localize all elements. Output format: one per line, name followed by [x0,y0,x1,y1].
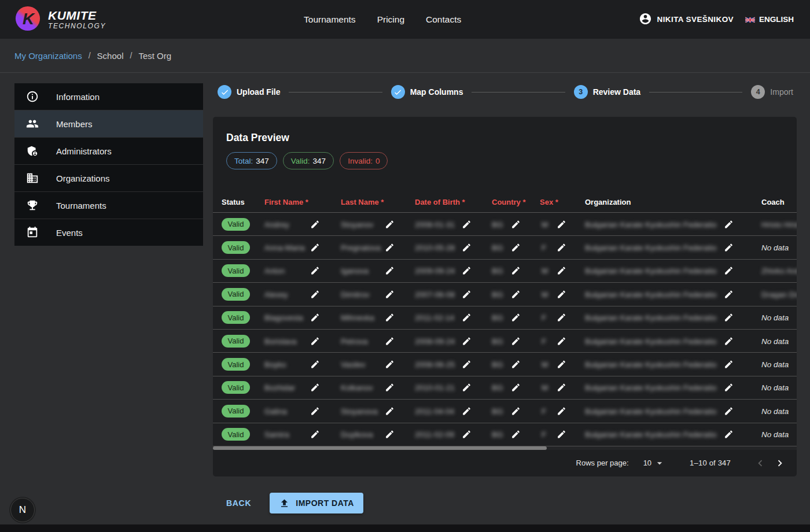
edit-last-name-button[interactable] [385,360,395,370]
edit-icon [557,219,566,229]
edit-country-button[interactable] [511,383,521,393]
edit-icon [462,383,472,393]
edit-first-name-button[interactable] [310,313,320,323]
user-name: NIKITA SVEŠNIKOV [657,15,734,24]
language-switcher[interactable]: ENGLISH [745,15,794,24]
nav-link-tournaments[interactable]: Tournaments [304,14,356,25]
edit-first-name-button[interactable] [310,406,320,416]
edit-organization-button[interactable] [724,406,734,416]
edit-first-name-button[interactable] [310,289,320,299]
next-page-button[interactable] [770,453,790,473]
edit-date-of-birth-button[interactable] [462,243,472,253]
edit-country-button[interactable] [511,219,521,229]
trophy-icon [26,199,39,212]
user-menu[interactable]: NIKITA SVEŠNIKOV [639,12,734,27]
edit-country-button[interactable] [511,289,521,299]
edit-first-name-button[interactable] [310,336,320,346]
edit-sex-button[interactable] [557,313,566,323]
brand[interactable]: K KUMITE TECHNOLOGY [14,5,106,34]
sidebar-item-events[interactable]: Events [14,219,203,246]
edit-first-name-button[interactable] [310,243,320,253]
edit-date-of-birth-button[interactable] [462,336,472,346]
edit-organization-button[interactable] [724,336,734,346]
edit-last-name-button[interactable] [385,383,395,393]
edit-icon [557,383,566,393]
edit-organization-button[interactable] [724,430,734,439]
import-data-label: IMPORT DATA [296,498,354,508]
edit-sex-button[interactable] [557,243,566,253]
edit-icon [310,289,320,299]
edit-organization-button[interactable] [724,383,734,393]
edit-icon [511,266,521,276]
edit-first-name-button[interactable] [310,383,320,393]
edit-organization-button[interactable] [724,243,734,253]
edit-organization-button[interactable] [724,360,734,370]
back-button[interactable]: BACK [222,494,256,512]
edit-country-button[interactable] [511,266,521,276]
sidebar-item-members[interactable]: Members [14,110,203,137]
edit-last-name-button[interactable] [385,289,395,299]
edit-country-button[interactable] [511,243,521,253]
nav-link-pricing[interactable]: Pricing [377,14,404,25]
edit-sex-button[interactable] [557,360,566,370]
edit-organization-button[interactable] [724,313,734,323]
scrollbar-thumb[interactable] [213,446,547,450]
edit-sex-button[interactable] [557,406,566,416]
sidebar-item-label: Members [56,119,93,129]
edit-date-of-birth-button[interactable] [462,289,472,299]
edit-date-of-birth-button[interactable] [462,313,472,323]
edit-last-name-button[interactable] [385,313,395,323]
cell-organization: Bulgarian Karate Kyokushin Federation [585,243,716,252]
edit-country-button[interactable] [511,336,521,346]
edit-date-of-birth-button[interactable] [462,383,472,393]
edit-last-name-button[interactable] [385,430,395,439]
breadcrumb-item[interactable]: My Organizations [14,51,82,61]
edit-country-button[interactable] [511,406,521,416]
sidebar-item-tournaments[interactable]: Tournaments [14,192,203,219]
edit-country-button[interactable] [511,360,521,370]
rows-per-page-select[interactable]: 10 [643,457,665,469]
edit-date-of-birth-button[interactable] [462,360,472,370]
edit-icon [724,360,734,370]
cell-coach: No data [761,337,789,345]
previous-page-button[interactable] [750,453,770,473]
edit-last-name-button[interactable] [385,243,395,253]
edit-date-of-birth-button[interactable] [462,266,472,276]
edit-sex-button[interactable] [557,430,566,439]
edit-organization-button[interactable] [724,266,734,276]
edit-date-of-birth-button[interactable] [462,219,472,229]
edit-icon [557,360,566,370]
edit-last-name-button[interactable] [385,219,395,229]
edit-last-name-button[interactable] [385,266,395,276]
cell-date-of-birth: 2011-02-14 [415,313,454,322]
edit-icon [724,243,734,253]
edit-first-name-button[interactable] [310,430,320,439]
sidebar-item-administrators[interactable]: Administrators [14,138,203,164]
edit-organization-button[interactable] [724,219,734,229]
sidebar-item-label: Administrators [56,146,112,156]
edit-sex-button[interactable] [557,266,566,276]
edit-first-name-button[interactable] [310,219,320,229]
edit-last-name-button[interactable] [385,406,395,416]
edit-date-of-birth-button[interactable] [462,406,472,416]
sidebar-item-organizations[interactable]: Organizations [14,165,203,191]
import-data-button[interactable]: IMPORT DATA [270,493,363,513]
edit-sex-button[interactable] [557,219,566,229]
edit-date-of-birth-button[interactable] [462,430,472,439]
edit-country-button[interactable] [511,313,521,323]
edit-organization-button[interactable] [724,289,734,299]
edit-sex-button[interactable] [557,383,566,393]
sidebar-item-information[interactable]: Information [14,83,203,110]
edit-country-button[interactable] [511,430,521,439]
edit-icon [462,360,472,370]
nav-link-contacts[interactable]: Contacts [426,14,461,25]
status-badge: Valid [222,381,250,394]
edit-sex-button[interactable] [557,336,566,346]
edit-sex-button[interactable] [557,289,566,299]
n-fab-button[interactable]: N [10,498,35,522]
edit-first-name-button[interactable] [310,360,320,370]
edit-first-name-button[interactable] [310,266,320,276]
cell-last-name: Vasilev [341,360,366,369]
edit-last-name-button[interactable] [385,336,395,346]
cell-date-of-birth: 2007-06-08 [415,290,455,298]
